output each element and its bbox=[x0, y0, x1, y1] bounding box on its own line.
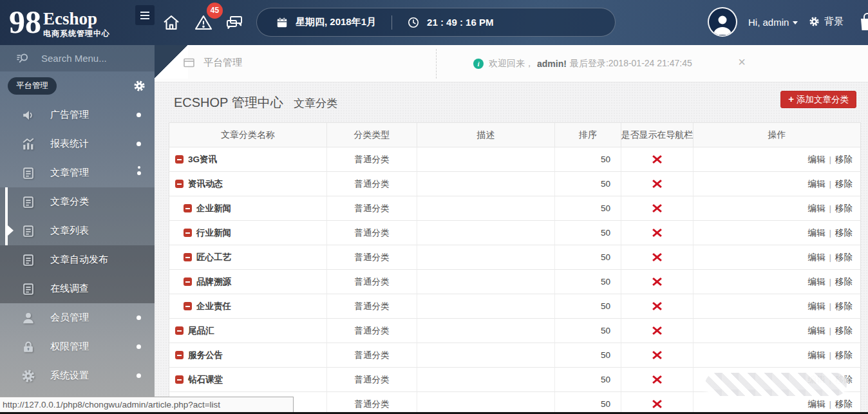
collapse-minus-icon[interactable] bbox=[175, 351, 184, 359]
edit-link[interactable]: 编辑 bbox=[807, 178, 825, 190]
sidebar-item-article-auto-publish[interactable]: 文章自动发布 bbox=[0, 245, 155, 274]
action-separator: | bbox=[829, 228, 831, 238]
welcome-bar: 平台管理 i 欢迎回来，admin! 最后登录:2018-01-24 21:47… bbox=[155, 45, 868, 82]
close-icon[interactable]: × bbox=[734, 54, 750, 70]
hamburger-menu-button[interactable] bbox=[135, 5, 155, 25]
red-x-icon[interactable] bbox=[652, 252, 662, 262]
sidebar-item-label: 系统设置 bbox=[50, 370, 137, 382]
welcome-message: i 欢迎回来，admin! 最后登录:2018-01-24 21:47:45 bbox=[473, 58, 692, 70]
collapse-minus-icon[interactable] bbox=[175, 375, 184, 384]
home-icon[interactable] bbox=[162, 13, 181, 32]
action-separator: | bbox=[829, 155, 831, 164]
edit-link[interactable]: 编辑 bbox=[807, 276, 825, 288]
cell-actions: 编辑|移除 bbox=[693, 196, 860, 221]
messages-icon[interactable] bbox=[225, 13, 244, 32]
cell-category-name: 企业责任 bbox=[169, 294, 327, 319]
red-x-icon[interactable] bbox=[652, 277, 662, 287]
collapse-minus-icon[interactable] bbox=[175, 180, 184, 188]
shopping-bag-icon[interactable] bbox=[858, 12, 868, 33]
doc-icon bbox=[21, 224, 36, 238]
cell-show-in-nav bbox=[621, 270, 693, 294]
category-name: 品牌溯源 bbox=[196, 276, 231, 288]
collapse-minus-icon[interactable] bbox=[184, 278, 192, 286]
edit-link[interactable]: 编辑 bbox=[807, 203, 825, 214]
cell-sort-order: 50 bbox=[555, 196, 621, 221]
cell-sort-order: 50 bbox=[555, 368, 621, 392]
red-x-icon[interactable] bbox=[652, 228, 662, 238]
collapse-minus-icon[interactable] bbox=[175, 155, 184, 164]
red-x-icon[interactable] bbox=[652, 399, 662, 409]
lock-icon bbox=[21, 340, 36, 354]
sidebar-item-article-list[interactable]: 文章列表 bbox=[0, 216, 155, 245]
edit-link[interactable]: 编辑 bbox=[807, 301, 825, 312]
doc-icon bbox=[21, 166, 36, 180]
clock-icon bbox=[408, 17, 419, 28]
page-subtitle: 文章分类 bbox=[294, 96, 337, 111]
cell-actions: 编辑|移除 bbox=[693, 343, 860, 368]
col-header-sort: 排序 bbox=[555, 123, 621, 147]
sidebar-item-system-settings[interactable]: 系统设置 bbox=[0, 361, 155, 390]
sidebar-item-article-categories[interactable]: 文章分类 bbox=[0, 187, 155, 216]
collapse-minus-icon[interactable] bbox=[184, 302, 192, 310]
edit-link[interactable]: 编辑 bbox=[807, 154, 825, 165]
sidebar-item-member-management[interactable]: 会员管理 bbox=[0, 303, 155, 332]
sidebar-item-permission-management[interactable]: 权限管理 bbox=[0, 332, 155, 361]
remove-link[interactable]: 移除 bbox=[835, 301, 853, 312]
cell-description bbox=[417, 245, 555, 270]
red-x-icon[interactable] bbox=[652, 375, 662, 384]
add-article-category-button[interactable]: +添加文章分类 bbox=[780, 91, 856, 108]
remove-link[interactable]: 移除 bbox=[835, 276, 853, 288]
collapse-minus-icon[interactable] bbox=[184, 229, 192, 237]
edit-link[interactable]: 编辑 bbox=[807, 325, 825, 337]
red-x-icon[interactable] bbox=[652, 203, 662, 213]
red-x-icon[interactable] bbox=[652, 326, 662, 335]
action-separator: | bbox=[829, 326, 831, 335]
edit-link[interactable]: 编辑 bbox=[807, 227, 825, 239]
collapse-minus-icon[interactable] bbox=[184, 253, 192, 261]
background-settings-button[interactable]: 背景 bbox=[809, 15, 844, 28]
sidebar-item-article-management[interactable]: 文章管理 bbox=[0, 158, 155, 187]
avatar[interactable] bbox=[708, 7, 737, 37]
red-x-icon[interactable] bbox=[652, 155, 662, 164]
red-x-icon[interactable] bbox=[652, 179, 662, 189]
remove-link[interactable]: 移除 bbox=[835, 203, 853, 214]
search-input[interactable] bbox=[41, 53, 138, 64]
collapse-minus-icon[interactable] bbox=[184, 204, 192, 212]
remove-link[interactable]: 移除 bbox=[835, 325, 853, 337]
user-greeting[interactable]: Hi, admin bbox=[748, 17, 798, 28]
remove-link[interactable]: 移除 bbox=[835, 227, 853, 239]
sidebar-item-ad-management[interactable]: 广告管理 bbox=[0, 100, 155, 129]
main-content: 平台管理 i 欢迎回来，admin! 最后登录:2018-01-24 21:47… bbox=[155, 45, 868, 414]
cell-category-name: 尾品汇 bbox=[169, 319, 327, 343]
cell-sort-order: 50 bbox=[555, 392, 621, 414]
collapse-minus-icon[interactable] bbox=[175, 326, 184, 335]
dot-indicator-icon bbox=[137, 344, 141, 349]
cell-description bbox=[417, 147, 555, 172]
cell-actions: 编辑|移除 bbox=[693, 319, 860, 343]
alert-count-badge: 45 bbox=[207, 3, 223, 19]
dot-indicator-icon bbox=[137, 113, 141, 117]
sidebar: 平台管理 广告管理报表统计文章管理文章分类文章列表文章自动发布在线调查会员管理权… bbox=[0, 45, 155, 414]
edit-link[interactable]: 编辑 bbox=[807, 350, 825, 361]
edit-link[interactable]: 编辑 bbox=[807, 399, 825, 410]
remove-link[interactable]: 移除 bbox=[835, 252, 853, 263]
remove-link[interactable]: 移除 bbox=[835, 399, 853, 410]
cell-actions: 编辑|移除 bbox=[693, 245, 860, 270]
gear-icon[interactable] bbox=[133, 80, 146, 92]
cell-description bbox=[417, 270, 555, 294]
gear-icon bbox=[809, 16, 820, 27]
title-row: ECSHOP 管理中心 文章分类 +添加文章分类 bbox=[155, 82, 868, 124]
breadcrumb[interactable]: 平台管理 bbox=[184, 57, 242, 69]
cell-description bbox=[417, 221, 555, 245]
remove-link[interactable]: 移除 bbox=[835, 350, 853, 361]
red-x-icon[interactable] bbox=[652, 301, 662, 311]
edit-link[interactable]: 编辑 bbox=[807, 252, 825, 263]
sidebar-item-online-survey[interactable]: 在线调查 bbox=[0, 274, 155, 303]
section-label[interactable]: 平台管理 bbox=[8, 77, 57, 95]
search-icon bbox=[15, 52, 30, 66]
remove-link[interactable]: 移除 bbox=[835, 154, 853, 165]
sidebar-item-report-statistics[interactable]: 报表统计 bbox=[0, 129, 155, 158]
remove-link[interactable]: 移除 bbox=[835, 178, 853, 190]
red-x-icon[interactable] bbox=[652, 350, 662, 360]
alert-icon[interactable]: 45 bbox=[194, 13, 213, 32]
